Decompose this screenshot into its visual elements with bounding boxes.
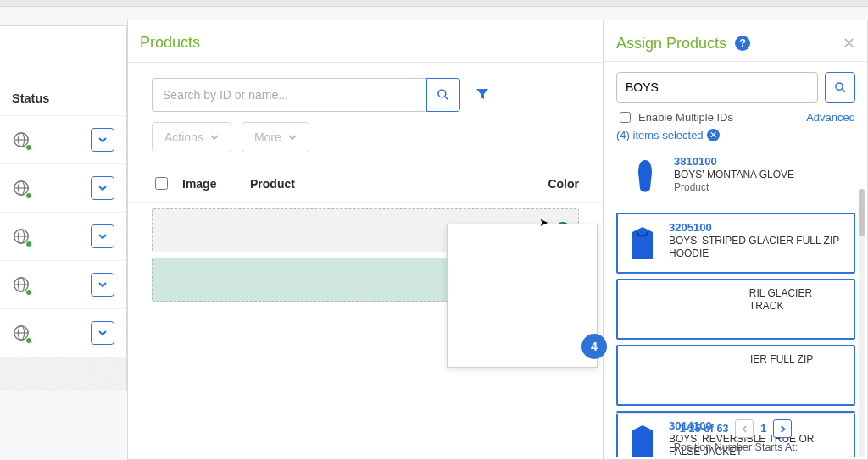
assign-title: Assign Products xyxy=(616,35,726,53)
globe-icon xyxy=(12,179,31,197)
status-drop-zone xyxy=(0,357,126,391)
pager-prev-button[interactable] xyxy=(735,419,754,438)
status-row-dropdown[interactable] xyxy=(91,224,114,248)
status-row-dropdown[interactable] xyxy=(91,273,114,297)
drag-ghost xyxy=(447,224,598,368)
svg-point-17 xyxy=(835,82,842,89)
cursor-icon: ➤ xyxy=(539,216,548,229)
enable-multiple-ids-checkbox[interactable]: Enable Multiple IDs xyxy=(616,109,733,125)
result-card[interactable]: 3205100 BOYS' STRIPED GLACIER FULL ZIP H… xyxy=(616,213,855,274)
product-name: RIL GLACIER TRACK xyxy=(749,287,847,313)
more-label: More xyxy=(254,130,281,144)
status-row-dropdown[interactable] xyxy=(91,128,114,152)
globe-icon xyxy=(12,227,31,246)
status-sidebar: Status xyxy=(0,25,127,391)
product-thumb-icon xyxy=(625,353,665,397)
position-number-label: Position Number Starts At: xyxy=(616,441,855,453)
drag-count-badge: 4 xyxy=(581,334,607,359)
status-row xyxy=(0,163,126,212)
status-row xyxy=(0,308,126,357)
assign-products-panel: Assign Products ? ✕ Enable Multiple IDs … xyxy=(604,20,868,460)
result-card[interactable]: RIL GLACIER TRACK xyxy=(616,279,855,340)
status-row-dropdown[interactable] xyxy=(91,176,114,200)
col-image: Image xyxy=(182,177,250,191)
pager-next-button[interactable] xyxy=(773,419,792,438)
product-name: BOYS' STRIPED GLACIER FULL ZIP HOODIE xyxy=(669,235,847,260)
product-search-input[interactable] xyxy=(152,78,426,112)
status-row xyxy=(0,115,126,163)
select-all-checkbox[interactable] xyxy=(155,177,168,190)
filter-icon[interactable] xyxy=(476,87,489,103)
product-id: 3205100 xyxy=(669,221,847,235)
svg-line-16 xyxy=(445,97,448,100)
assign-search-input[interactable] xyxy=(616,72,818,103)
result-card[interactable]: 3810100 BOYS' MONTANA GLOVE Product xyxy=(616,147,855,208)
product-name: BOYS' MONTANA GLOVE xyxy=(674,169,794,181)
pagination-range: 1-25 of 63 xyxy=(680,423,729,435)
globe-icon xyxy=(12,275,31,294)
close-icon[interactable]: ✕ xyxy=(843,34,855,53)
svg-line-18 xyxy=(842,89,844,91)
product-name: IER FULL ZIP xyxy=(750,353,813,366)
status-row xyxy=(0,260,126,308)
products-title: Products xyxy=(128,20,603,63)
product-type: Product xyxy=(674,181,794,194)
more-dropdown[interactable]: More xyxy=(242,122,309,152)
status-row xyxy=(0,212,126,260)
assign-search-button[interactable] xyxy=(825,72,855,103)
actions-dropdown[interactable]: Actions xyxy=(152,122,231,152)
product-thumb-icon xyxy=(625,155,665,199)
globe-icon xyxy=(12,130,31,149)
col-color: Color xyxy=(528,177,579,191)
enable-multiple-ids-label: Enable Multiple IDs xyxy=(638,111,733,124)
actions-label: Actions xyxy=(164,130,203,144)
product-thumb-icon xyxy=(625,287,665,331)
product-search-button[interactable] xyxy=(426,78,460,112)
product-thumb-icon xyxy=(625,221,660,265)
svg-point-15 xyxy=(438,90,446,97)
col-product: Product xyxy=(250,177,528,191)
product-id: 3810100 xyxy=(674,155,794,169)
clear-selection-icon[interactable]: ✕ xyxy=(707,129,720,141)
status-header: Status xyxy=(0,26,126,115)
result-card[interactable]: IER FULL ZIP xyxy=(616,345,855,406)
globe-icon xyxy=(12,324,31,342)
advanced-link[interactable]: Advanced xyxy=(806,111,855,124)
items-selected-count: (4) items selected xyxy=(616,129,704,141)
help-icon[interactable]: ? xyxy=(735,36,750,51)
pager-current-page: 1 xyxy=(760,423,766,435)
status-row-dropdown[interactable] xyxy=(91,321,114,345)
scrollbar[interactable] xyxy=(859,189,865,457)
